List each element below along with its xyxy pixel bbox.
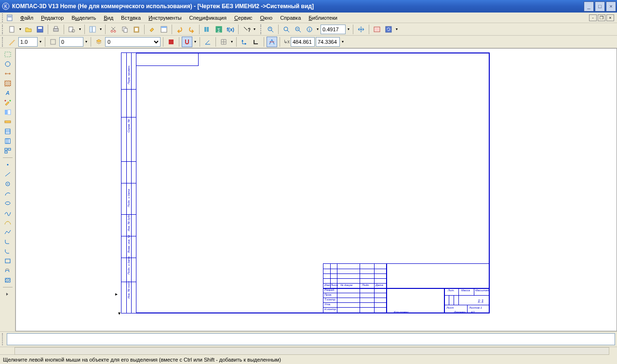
command-input[interactable] — [7, 333, 615, 345]
pan-button[interactable] — [356, 24, 366, 35]
zoom-value-dropdown[interactable]: ▾ — [347, 27, 350, 31]
menu-file[interactable]: Файл — [16, 14, 37, 22]
refresh-dropdown[interactable]: ▾ — [395, 27, 399, 31]
step-input[interactable] — [18, 37, 38, 47]
local-cs-button[interactable] — [239, 37, 250, 47]
zoom-value-input[interactable] — [321, 25, 346, 34]
snap-toggle-button[interactable] — [182, 37, 192, 47]
cut-button[interactable] — [108, 24, 119, 35]
reports-tool-button[interactable] — [2, 137, 13, 145]
spec-tool-button[interactable] — [2, 127, 13, 136]
mdi-close-button[interactable]: × — [606, 14, 614, 21]
dimension-tool-button[interactable] — [2, 69, 13, 78]
grid-button[interactable] — [218, 37, 229, 47]
step-toggle-button[interactable] — [7, 37, 17, 47]
horizontal-scrollbar[interactable] — [14, 347, 609, 355]
grip[interactable] — [260, 25, 263, 34]
mdi-minimize-button[interactable]: - — [589, 14, 597, 21]
zoom-fit-button[interactable] — [372, 24, 382, 35]
views-tool-button[interactable] — [2, 146, 13, 155]
arc-button[interactable] — [2, 189, 13, 198]
coord-x-input[interactable] — [291, 37, 315, 47]
stop-button[interactable] — [166, 37, 176, 47]
menu-service[interactable]: Сервис — [230, 14, 256, 22]
drawing-canvas[interactable]: Инв. № подл. Подп. и дата Взам. инв. № И… — [15, 48, 617, 331]
properties-panel-button[interactable] — [159, 24, 169, 35]
minimize-button[interactable]: _ — [584, 1, 594, 12]
preview-button[interactable] — [67, 24, 77, 35]
function-button[interactable]: f(x) — [225, 24, 236, 35]
zoom-scale-button[interactable]: 1 — [304, 24, 315, 35]
library-manager-button[interactable] — [202, 24, 213, 35]
snap-dropdown[interactable]: ▾ — [193, 39, 197, 44]
refresh-button[interactable] — [383, 24, 394, 35]
coord-y-input[interactable] — [316, 37, 340, 47]
edit-tool-button[interactable] — [2, 98, 13, 107]
zoom-in-button[interactable] — [281, 24, 292, 35]
menu-window[interactable]: Окно — [256, 14, 277, 22]
grip[interactable] — [2, 13, 5, 22]
undo-button[interactable] — [174, 24, 185, 35]
paste-button[interactable] — [131, 24, 142, 35]
ellipse-button[interactable] — [2, 199, 13, 208]
grip[interactable] — [2, 333, 5, 345]
properties-dropdown[interactable]: ▾ — [99, 27, 103, 31]
format-painter-button[interactable] — [147, 24, 158, 35]
hatch-tool-button[interactable] — [2, 79, 13, 88]
new-dropdown[interactable]: ▾ — [18, 27, 22, 31]
bezier-button[interactable] — [2, 218, 13, 227]
menu-editor[interactable]: Редактор — [37, 14, 67, 22]
variables-button[interactable]: ∑ — [214, 24, 224, 35]
zoom-out-button[interactable] — [293, 24, 303, 35]
circle-button[interactable] — [2, 180, 13, 188]
hatch-fill-button[interactable] — [2, 276, 13, 285]
menu-insert[interactable]: Вставка — [117, 14, 145, 22]
new-button[interactable] — [7, 24, 17, 35]
select-tool-button[interactable] — [2, 50, 13, 59]
coord-dropdown[interactable]: ▾ — [341, 39, 345, 44]
mdi-restore-button[interactable]: ❐ — [598, 14, 605, 21]
params-tool-button[interactable] — [2, 108, 13, 117]
open-button[interactable] — [23, 24, 34, 35]
menu-select[interactable]: Выделить — [67, 14, 100, 22]
equidistant-button[interactable] — [2, 266, 13, 275]
geometry-tool-button[interactable] — [2, 60, 13, 68]
maximize-button[interactable]: □ — [595, 1, 605, 12]
ortho-button[interactable] — [251, 37, 261, 47]
save-button[interactable] — [35, 24, 45, 35]
layers-button[interactable] — [94, 37, 104, 47]
grip[interactable] — [2, 25, 5, 34]
text-tool-button[interactable]: A — [2, 89, 13, 97]
menu-libs[interactable]: Библиотеки — [305, 14, 341, 22]
grid-dropdown[interactable]: ▾ — [230, 39, 234, 44]
properties-button[interactable] — [87, 24, 98, 35]
line-button[interactable] — [2, 170, 13, 179]
fillet-button[interactable] — [2, 237, 13, 246]
polyline-button[interactable] — [2, 228, 13, 236]
zoom-window-button[interactable]: + — [265, 24, 276, 35]
point-button[interactable] — [2, 160, 13, 169]
grip[interactable] — [2, 37, 5, 47]
spline-button[interactable] — [2, 208, 13, 217]
layer-input[interactable] — [59, 37, 83, 47]
help-context-button[interactable]: ? — [241, 24, 252, 35]
rectangle-button[interactable] — [2, 257, 13, 265]
menu-help[interactable]: Справка — [276, 14, 305, 22]
menu-spec[interactable]: Спецификация — [186, 14, 230, 22]
layer-dropdown[interactable]: ▾ — [84, 39, 88, 44]
close-button[interactable]: × — [606, 1, 616, 12]
print-button[interactable] — [51, 24, 61, 35]
copy-button[interactable] — [120, 24, 130, 35]
menu-view[interactable]: Вид — [100, 14, 117, 22]
measure-tool-button[interactable] — [2, 117, 13, 126]
menu-tools[interactable]: Инструменты — [145, 14, 186, 22]
view-state-button[interactable] — [48, 37, 58, 47]
redo-button[interactable] — [186, 24, 197, 35]
expand-button[interactable] — [2, 290, 13, 299]
round-button[interactable] — [267, 37, 277, 47]
style-select[interactable]: 0 — [105, 37, 161, 47]
zoom-scale-dropdown[interactable]: ▾ — [316, 27, 320, 31]
help-dropdown[interactable]: ▾ — [253, 27, 256, 31]
preview-dropdown[interactable]: ▾ — [78, 27, 82, 31]
chamfer-button[interactable] — [2, 247, 13, 256]
